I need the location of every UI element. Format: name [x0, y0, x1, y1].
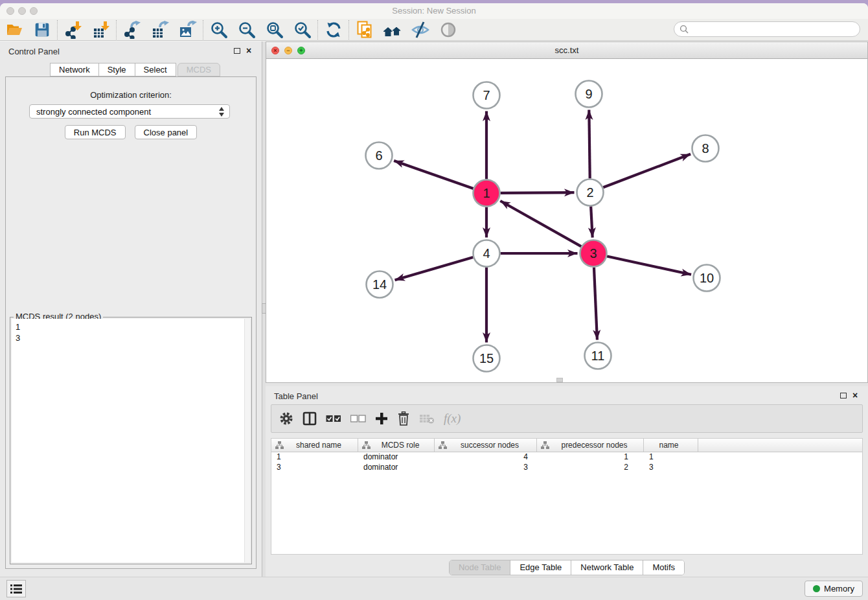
zoom-out-icon[interactable] [233, 19, 260, 40]
show-hide-icon[interactable] [406, 19, 434, 40]
toolbar-separator [116, 20, 117, 40]
node-label-1: 1 [483, 186, 490, 200]
column-header-label: shared name [284, 441, 358, 450]
import-table-icon[interactable] [87, 19, 115, 40]
add-column-plus-icon[interactable] [375, 409, 388, 428]
edge-3-11[interactable] [594, 267, 597, 340]
tab-mcds[interactable]: MCDS [177, 63, 220, 76]
status-bar: Memory [0, 577, 868, 600]
zoom-in-icon[interactable] [205, 19, 233, 40]
export-image-icon[interactable] [174, 19, 201, 40]
column-header-filler [698, 439, 862, 452]
edge-4-14[interactable] [395, 257, 474, 280]
save-session-icon[interactable] [28, 19, 56, 40]
table-cell[interactable]: 3 [644, 463, 698, 473]
table-tabs: Node TableEdge TableNetwork TableMotifs [449, 560, 685, 575]
table-row[interactable]: 1dominator411 [271, 452, 862, 463]
node-label-11: 11 [591, 349, 605, 363]
column-header-label: name [644, 441, 698, 450]
control-panel-title: Control Panel [8, 47, 60, 56]
close-panel-icon[interactable]: × [244, 45, 253, 56]
select-all-columns-icon[interactable] [326, 409, 341, 428]
zoom-fit-icon[interactable] [260, 19, 288, 40]
network-window-titlebar[interactable]: × − + scc.txt [266, 42, 867, 59]
table-row[interactable]: 3dominator323 [271, 463, 862, 473]
clone-network-icon[interactable] [350, 19, 378, 40]
column-header-MCDS-role[interactable]: MCDS role [358, 439, 435, 452]
column-layout-icon[interactable] [303, 409, 317, 428]
table-cell[interactable]: 1 [537, 452, 644, 463]
table-cell[interactable]: dominator [358, 463, 435, 473]
table-toolbar: f(x) [271, 404, 863, 433]
node-label-14: 14 [372, 277, 387, 292]
table-cell[interactable]: 3 [435, 463, 537, 473]
table-panel-header: Table Panel × [266, 388, 868, 404]
edge-2-3[interactable] [591, 206, 593, 237]
table-panel: Table Panel × [266, 386, 868, 577]
toolbar-separator [348, 20, 349, 40]
export-table-icon[interactable] [146, 19, 174, 40]
mcds-result-list[interactable]: 13 [12, 319, 250, 562]
table-cell[interactable]: dominator [358, 452, 435, 463]
column-header-shared-name[interactable]: shared name [271, 439, 358, 452]
criterion-select[interactable]: strongly connected component [29, 104, 230, 119]
tab-network[interactable]: Network [50, 63, 99, 76]
edge-1-2[interactable] [500, 192, 574, 193]
canvas-scroll-thumb[interactable] [556, 378, 563, 382]
network-canvas[interactable]: 7968124314101511 [266, 59, 867, 382]
tab-motifs[interactable]: Motifs [643, 560, 684, 575]
table-cell[interactable]: 4 [435, 452, 537, 463]
tab-select[interactable]: Select [135, 63, 176, 76]
os-titlebar: Session: New Session [0, 3, 868, 19]
task-history-button[interactable] [6, 580, 26, 597]
column-type-icon [275, 441, 284, 449]
toolbar-separator [57, 20, 58, 40]
edge-3-10[interactable] [607, 257, 691, 275]
export-network-icon[interactable] [118, 19, 146, 40]
search-input[interactable] [689, 25, 860, 34]
tab-edge-table[interactable]: Edge Table [510, 560, 571, 575]
search-icon [680, 25, 689, 34]
table-cell[interactable]: 3 [271, 463, 358, 473]
edge-1-6[interactable] [394, 161, 474, 189]
node-label-2: 2 [586, 185, 593, 200]
table-panel-title: Table Panel [274, 391, 318, 401]
import-network-icon[interactable] [59, 19, 87, 40]
toolbar-separator [203, 20, 203, 40]
optimization-criterion-label: Optimization criterion: [6, 90, 256, 100]
float-panel-icon[interactable] [234, 48, 240, 54]
tab-node-table[interactable]: Node Table [450, 560, 511, 575]
edge-2-8[interactable] [603, 154, 691, 188]
close-table-panel-icon[interactable]: × [851, 390, 860, 400]
column-header-successor-nodes[interactable]: successor nodes [435, 439, 537, 452]
node-label-4: 4 [483, 246, 490, 260]
mcds-panel: Optimization criterion: strongly connect… [5, 76, 257, 569]
open-session-icon[interactable] [0, 19, 28, 40]
node-table-header: shared nameMCDS rolesuccessor nodesprede… [271, 439, 862, 452]
table-settings-gear-icon[interactable] [279, 409, 293, 428]
column-header-predecessor-nodes[interactable]: predecessor nodes [537, 439, 644, 452]
table-cell[interactable]: 1 [271, 452, 358, 463]
table-tabs-row: Node TableEdge TableNetwork TableMotifs [266, 560, 868, 575]
tab-style[interactable]: Style [99, 63, 135, 76]
node-table: shared nameMCDS rolesuccessor nodesprede… [271, 438, 863, 555]
refresh-layout-icon[interactable] [319, 19, 347, 40]
run-mcds-button[interactable]: Run MCDS [65, 125, 126, 139]
first-neighbors-icon[interactable] [378, 19, 406, 40]
select-stepper-icon [218, 107, 225, 117]
memory-button[interactable]: Memory [805, 581, 863, 597]
column-header-name[interactable]: name [644, 439, 698, 452]
edge-3-1[interactable] [500, 201, 581, 246]
zoom-selected-icon[interactable] [288, 19, 316, 40]
float-table-panel-icon[interactable] [840, 393, 847, 398]
close-panel-button[interactable]: Close panel [135, 125, 198, 139]
network-graph[interactable]: 7968124314101511 [266, 59, 867, 382]
node-label-3: 3 [589, 246, 597, 260]
table-cell[interactable]: 2 [537, 463, 644, 473]
edge-2-9[interactable] [589, 110, 589, 178]
result-scrollbar[interactable] [244, 319, 250, 562]
tab-network-table[interactable]: Network Table [571, 560, 643, 575]
table-cell[interactable]: 1 [644, 452, 698, 463]
delete-column-trash-icon[interactable] [397, 409, 410, 428]
deselect-all-columns-icon[interactable] [350, 409, 366, 428]
